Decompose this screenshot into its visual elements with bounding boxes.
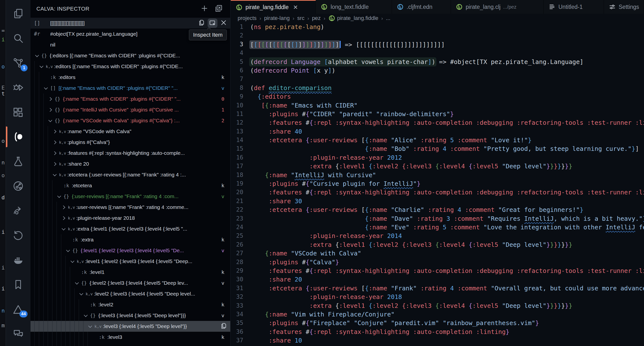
docker-icon[interactable]: [6, 248, 30, 272]
code-line[interactable]: 32 :plugin-release-year 2018: [231, 293, 644, 302]
code-line[interactable]: 16 :plugin-release-year 2012: [231, 154, 644, 163]
code-line[interactable]: 19 :plugins #{"Cursive plugin for Intell…: [231, 180, 644, 189]
open-in-editor-icon[interactable]: [214, 4, 223, 14]
chevron-right-icon[interactable]: [59, 206, 68, 209]
comments-icon[interactable]: [6, 321, 30, 346]
chevron-down-icon[interactable]: [72, 282, 81, 284]
tree-row[interactable]: :k:level2k: [30, 299, 230, 310]
code-editor[interactable]: 1(ns pez.pirate-lang)23[[[[[[[[[[[[]]]]]…: [231, 23, 644, 346]
code-line[interactable]: 36 :features #{:repl :syntax-highlightin…: [231, 328, 644, 337]
chevron-down-icon[interactable]: [64, 250, 72, 251]
code-line[interactable]: 3[[[[[[[[[[[[]]]]]]]]]]]] => [[[[[[[[[[[…: [231, 41, 644, 50]
tree-row[interactable]: {}{:editors [{:name "Emacs with CIDER" :…: [30, 50, 230, 61]
close-icon[interactable]: ✕: [293, 4, 298, 11]
tree-row[interactable]: [][{:name "Emacs with CIDER" :plugins #{…: [30, 83, 230, 94]
breadcrumb-item[interactable]: pez: [312, 15, 320, 22]
history-icon[interactable]: [6, 223, 30, 248]
code-line[interactable]: 9 {:editors: [231, 93, 644, 102]
code-line[interactable]: 26 :extra {:level1 {:level2 {:level3 {:l…: [231, 241, 644, 250]
chevron-down-icon[interactable]: [37, 66, 46, 68]
tree-row[interactable]: {}{:level2 {:level3 {:level4 {:level5 "D…: [30, 278, 230, 288]
code-line[interactable]: 35 :plugins #{"Fireplace" "Conjure" "par…: [231, 319, 644, 328]
breadcrumb-item[interactable]: ...: [386, 15, 390, 22]
code-line[interactable]: 17 :extra {:level1 {:level2 {:level3 {:l…: [231, 163, 644, 171]
tree-row[interactable]: :k:extrak: [30, 234, 230, 245]
breadcrumb-item[interactable]: projects: [238, 15, 256, 22]
chevron-down-icon[interactable]: [68, 261, 77, 262]
code-line[interactable]: 1(ns pez.pirate-lang): [231, 23, 644, 32]
code-line[interactable]: 20 :features #{:repl :syntax-highlightin…: [231, 189, 644, 197]
bookmark-icon[interactable]: [6, 272, 30, 297]
code-line[interactable]: 6(defrecord Point [x y]): [231, 67, 644, 76]
tree-row[interactable]: {}{:level4 {:level5 "Deep level"}}v: [30, 342, 230, 346]
tree-row[interactable]: k,v:etcetera {:user-reviews [{:name "Fra…: [30, 169, 230, 180]
chevron-right-icon[interactable]: [46, 109, 54, 111]
files-icon[interactable]: [6, 2, 30, 26]
chevron-right-icon[interactable]: [59, 217, 68, 219]
tree-row[interactable]: :k:level3k: [30, 332, 230, 342]
copy-icon[interactable]: [198, 19, 205, 27]
code-line[interactable]: 27 {:name "VSCode with Calva": [231, 250, 644, 258]
tree-row[interactable]: {}{:name "VSCode with Calva" :plugins #{…: [30, 115, 230, 126]
code-line[interactable]: 7: [231, 76, 644, 84]
code-line[interactable]: 5(defrecord Language [alphabet vowels pi…: [231, 58, 644, 67]
tree-row[interactable]: :k:etceterak: [30, 180, 230, 191]
code-line[interactable]: 33 :extra {:level1 {:level2 {:level3 {:l…: [231, 302, 644, 311]
chevron-right-icon[interactable]: [50, 163, 59, 165]
chevron-down-icon[interactable]: [77, 293, 86, 295]
tree-row[interactable]: {}{:level1 {:level2 {:level3 {:level4 {:…: [30, 245, 230, 256]
copy-icon[interactable]: [220, 322, 227, 330]
tab-.cljfmt.edn[interactable]: .cljfmt.edn: [392, 0, 451, 14]
tree-row[interactable]: k,v:level3 {:level4 {:level5 "Deep level…: [30, 321, 230, 332]
chevron-right-icon[interactable]: [50, 130, 59, 133]
code-line[interactable]: 18 {:name "IntelliJ with Cursive": [231, 172, 644, 180]
code-line[interactable]: 14 :etcetera {:user-reviews [{:name "Ali…: [231, 137, 644, 145]
extensions-icon[interactable]: [6, 100, 30, 125]
chevron-down-icon[interactable]: [54, 196, 64, 197]
code-line[interactable]: 15 {:name "Bob" :rating 4 :comment "Pret…: [231, 145, 644, 154]
tab-Untitled-1[interactable]: Untitled-1: [544, 0, 604, 14]
chevron-right-icon[interactable]: [50, 152, 59, 155]
tree-row[interactable]: k,v:features #{:repl :syntax-highlightin…: [30, 148, 230, 158]
tree-row[interactable]: k,v:level1 {:level2 {:level3 {:level4 {:…: [30, 256, 230, 267]
chevron-right-icon[interactable]: [50, 141, 59, 144]
code-line[interactable]: 31 :etcetera {:user-reviews [{:name "Fra…: [231, 285, 644, 293]
code-line[interactable]: 23 {:name "Dave" :rating 3 :comment "Req…: [231, 215, 644, 224]
code-line[interactable]: 28 :plugins #{"Calva"}: [231, 259, 644, 267]
chevron-down-icon[interactable]: [50, 174, 59, 176]
calva-icon[interactable]: [6, 125, 30, 149]
breadcrumb-item[interactable]: src: [297, 15, 304, 22]
chevron-down-icon[interactable]: [86, 325, 94, 327]
test-flask-icon[interactable]: [6, 149, 30, 174]
code-line[interactable]: 29 :features #{:repl :syntax-highlightin…: [231, 267, 644, 276]
code-line[interactable]: 4: [231, 50, 644, 58]
tab-pirate_lang.fiddle[interactable]: pirate_lang.fiddle✕: [231, 0, 316, 14]
code-line[interactable]: 30 :share 20: [231, 276, 644, 284]
code-line[interactable]: 34 {:name "Vim with Fireplace/Conjure": [231, 311, 644, 319]
chevron-down-icon[interactable]: [59, 228, 68, 230]
code-line[interactable]: 12 :features #{:repl :syntax-highlightin…: [231, 119, 644, 128]
breadcrumb-item[interactable]: pirate_lang.fiddle: [328, 15, 378, 22]
code-line[interactable]: 10 [{:name "Emacs with CIDER": [231, 102, 644, 111]
add-item-icon[interactable]: [200, 4, 208, 14]
tree-row[interactable]: [][[[[[[[[[[[[]]]]]]]]]]]]: [30, 18, 230, 29]
tree-row[interactable]: k,v:user-reviews [{:name "Frank" :rating…: [30, 202, 230, 213]
tree-row[interactable]: {}{:name "Emacs with CIDER" :plugins #{"…: [30, 94, 230, 104]
tree-row[interactable]: k,v:editors [{:name "Emacs with CIDER" :…: [30, 61, 230, 72]
code-line[interactable]: 2: [231, 32, 644, 41]
code-line[interactable]: 11 :plugins #{"CIDER" "paredit" "rainbow…: [231, 111, 644, 119]
tree-row[interactable]: k,v:share 20: [30, 158, 230, 169]
share-icon[interactable]: [6, 198, 30, 223]
code-line[interactable]: 8(def editor-comparison: [231, 84, 644, 93]
tree-row[interactable]: k,v:level2 {:level3 {:level4 {:level5 "D…: [30, 288, 230, 299]
chevron-down-icon[interactable]: [32, 55, 41, 57]
tree-row[interactable]: k,v:extra {:level1 {:level2 {:level3 {:l…: [30, 223, 230, 234]
chevron-right-icon[interactable]: [46, 98, 54, 100]
tab-long_text.fiddle[interactable]: long_text.fiddle: [316, 0, 392, 14]
code-line[interactable]: 13 :share 40: [231, 128, 644, 137]
code-line[interactable]: 21 :share 30: [231, 198, 644, 206]
code-line[interactable]: 37 :share 10: [231, 337, 644, 345]
search-icon[interactable]: [6, 26, 30, 51]
chevron-down-icon[interactable]: [46, 120, 54, 122]
tab-Settings[interactable]: Settings: [604, 0, 644, 14]
